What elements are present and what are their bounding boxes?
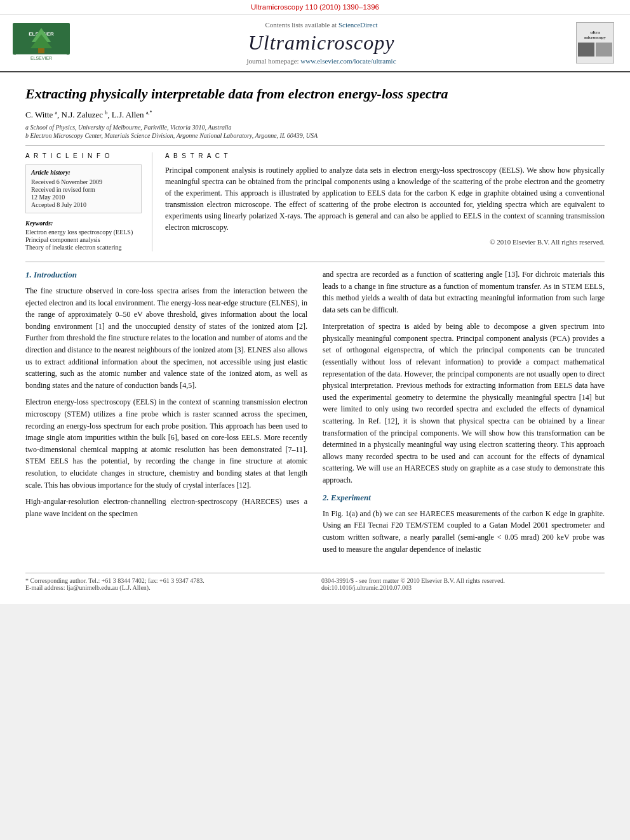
- elsevier-logo: ELSEVIER ELSEVIER: [13, 23, 70, 63]
- contents-text: Contents lists available at: [265, 21, 337, 29]
- affiliations: a School of Physics, University of Melbo…: [25, 124, 605, 139]
- journal-title: Ultramicroscopy: [70, 31, 573, 55]
- journal-homepage: journal homepage: www.elsevier.com/locat…: [70, 57, 573, 65]
- keyword-1: Electron energy loss spectroscopy (EELS): [25, 229, 142, 236]
- elsevier-svg: ELSEVIER ELSEVIER: [13, 23, 70, 61]
- left-para-1: The fine structure observed in core-loss…: [25, 285, 307, 391]
- journal-center: Contents lists available at ScienceDirec…: [70, 21, 573, 65]
- page-wrapper: Ultramicroscopy 110 (2010) 1390–1396 ELS…: [0, 0, 630, 604]
- homepage-link[interactable]: www.elsevier.com/locate/ultramic: [300, 57, 396, 65]
- right-para-1: and spectra are recorded as a function o…: [323, 269, 605, 316]
- sciencedirect-link[interactable]: ScienceDirect: [338, 21, 378, 29]
- article-title: Extracting physically interpretable data…: [25, 85, 605, 103]
- journal-header: ELSEVIER ELSEVIER Contents lists availab…: [0, 15, 630, 72]
- info-abstract-section: A R T I C L E I N F O Article history: R…: [25, 152, 605, 251]
- divider-2: [25, 262, 605, 262]
- copyright-line: © 2010 Elsevier B.V. All rights reserved…: [165, 238, 605, 246]
- history-box: Article history: Received 6 November 200…: [25, 164, 142, 213]
- top-citation-bar: Ultramicroscopy 110 (2010) 1390–1396: [0, 0, 630, 15]
- section2-heading-text: 2. Experiment: [323, 493, 371, 502]
- revised-date: 12 May 2010: [31, 194, 136, 201]
- page-footer: * Corresponding author. Tel.: +61 3 8344…: [25, 573, 605, 591]
- authors-text: C. Witte a, N.J. Zaluzec b, L.J. Allen a…: [25, 110, 152, 119]
- body-columns: 1. Introduction The fine structure obser…: [25, 269, 605, 560]
- keywords-box: Keywords: Electron energy loss spectrosc…: [25, 220, 142, 251]
- right-para-3: In Fig. 1(a) and (b) we can see HARECES …: [323, 508, 605, 555]
- affil-a: a School of Physics, University of Melbo…: [25, 124, 605, 131]
- body-col-left: 1. Introduction The fine structure obser…: [25, 269, 307, 560]
- keyword-2: Principal component analysis: [25, 236, 142, 243]
- body-col-right: and spectra are recorded as a function o…: [323, 269, 605, 560]
- intro-heading: 1. Introduction: [25, 269, 307, 281]
- keywords-label: Keywords:: [25, 220, 142, 227]
- contents-line: Contents lists available at ScienceDirec…: [70, 21, 573, 29]
- svg-text:ELSEVIER: ELSEVIER: [30, 56, 52, 60]
- divider-1: [25, 145, 605, 146]
- left-para-3: High-angular-resolution electron-channel…: [25, 496, 307, 519]
- footer-corresponding: * Corresponding author. Tel.: +61 3 8344…: [25, 577, 309, 584]
- main-content: Extracting physically interpretable data…: [0, 72, 630, 604]
- footer-email: E-mail address: lja@unimelb.edu.au (L.J.…: [25, 584, 309, 591]
- footer-doi: doi:10.1016/j.ultramic.2010.07.003: [321, 584, 605, 591]
- footer-copyright: 0304-3991/$ - see front matter © 2010 El…: [321, 577, 605, 584]
- thumb-images: [578, 43, 612, 57]
- footer-left: * Corresponding author. Tel.: +61 3 8344…: [25, 577, 309, 591]
- abstract-title: A B S T R A C T: [165, 152, 605, 159]
- citation-text: Ultramicroscopy 110 (2010) 1390–1396: [251, 3, 379, 11]
- article-info: A R T I C L E I N F O Article history: R…: [25, 152, 152, 251]
- info-section-title: A R T I C L E I N F O: [25, 152, 142, 159]
- journal-thumbnail: ultramicroscopy: [573, 22, 617, 63]
- affil-b: b Electron Microscopy Center, Materials …: [25, 132, 605, 139]
- left-para-2: Electron energy-loss spectroscopy (EELS)…: [25, 396, 307, 491]
- thumb-img-right: [596, 43, 612, 57]
- right-para-2: Interpretation of spectra is aided by be…: [323, 321, 605, 486]
- section2-heading: 2. Experiment: [323, 491, 605, 504]
- abstract-text: Principal component analysis is routinel…: [165, 164, 605, 233]
- intro-heading-text: 1. Introduction: [25, 270, 77, 279]
- keyword-3: Theory of inelastic electron scattering: [25, 244, 142, 251]
- abstract-section: A B S T R A C T Principal component anal…: [165, 152, 605, 251]
- thumb-img-left: [578, 43, 594, 57]
- svg-rect-4: [38, 48, 44, 53]
- accepted-date: Accepted 8 July 2010: [31, 201, 136, 208]
- authors-line: C. Witte a, N.J. Zaluzec b, L.J. Allen a…: [25, 110, 605, 120]
- received-date: Received 6 November 2009: [31, 178, 136, 185]
- homepage-label: journal homepage:: [246, 57, 298, 65]
- thumb-image-box: ultramicroscopy: [576, 22, 614, 63]
- history-label: Article history:: [31, 169, 136, 176]
- revised-label: Received in revised form: [31, 186, 136, 193]
- footer-right: 0304-3991/$ - see front matter © 2010 El…: [321, 577, 605, 591]
